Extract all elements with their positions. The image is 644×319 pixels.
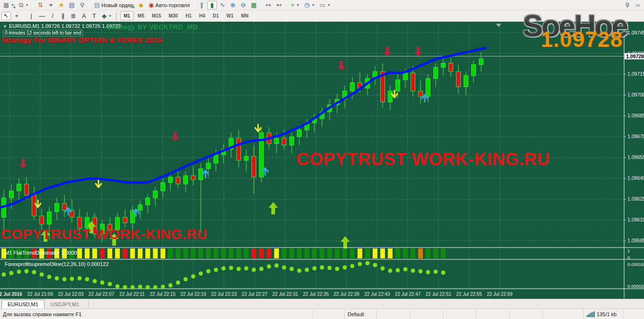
channel-tool[interactable]: ∦ (58, 12, 68, 20)
status-cell (444, 309, 477, 319)
price-chart[interactable]: 22 Jul 201622 Jul 21:5922 Jul 22:0322 Ju… (0, 22, 644, 299)
chart-area[interactable]: 22 Jul 201622 Jul 21:5922 Jul 22:0322 Ju… (0, 22, 644, 299)
shapes-tool: ◆ (102, 13, 107, 19)
toolbar-separator (194, 1, 195, 9)
timeframe-m15[interactable]: M15 (149, 11, 164, 20)
zoom-in-icon[interactable]: ⊕ (228, 1, 238, 9)
market-watch-icon: ⇅ (38, 2, 43, 8)
auto-scroll-icon[interactable]: ↦ (264, 1, 273, 9)
dropdown-caret-icon[interactable]: ▼ (312, 3, 315, 7)
toolbar-separator (89, 1, 90, 9)
profiles-icon: ⧉ (19, 2, 23, 8)
toolbar-separator (254, 12, 255, 20)
templates-icon[interactable]: ▭▼ (318, 1, 332, 9)
svg-text:1.09625: 1.09625 (627, 196, 644, 202)
timeframe-m30[interactable]: M30 (165, 11, 181, 20)
tile-windows-icon[interactable]: ▦ (249, 1, 259, 9)
toolbar-separator (261, 1, 261, 9)
status-profile[interactable]: Default (345, 309, 377, 319)
new-order-button-label: Новый ордер (101, 2, 134, 8)
timeframe-m1[interactable]: M1 (120, 11, 134, 20)
label-tool[interactable]: T (89, 12, 99, 20)
toolbar-grip[interactable] (116, 12, 118, 20)
dropdown-caret-icon[interactable]: ▼ (26, 3, 29, 7)
new-chart-icon: ▦ (3, 2, 9, 8)
svg-text:1.09655: 1.09655 (627, 154, 644, 160)
svg-text:22 Jul 22:15: 22 Jul 22:15 (150, 292, 176, 297)
new-order-button[interactable]: ▤+Новый ордер (92, 1, 135, 9)
svg-text:1.09670: 1.09670 (627, 133, 644, 139)
timeframe-h1[interactable]: H1 (182, 11, 195, 20)
metaeditor-icon: ◆ (139, 2, 143, 8)
chart-shift-icon[interactable]: ↤ (274, 1, 284, 9)
bar-chart-icon: ∥ (200, 2, 203, 8)
vertical-line-tool[interactable]: | (27, 12, 36, 20)
strategy-tester-icon[interactable]: ⚲ (78, 1, 87, 9)
metaeditor-icon[interactable]: ◆ (136, 1, 146, 9)
svg-text:1: 1 (627, 248, 630, 253)
periods-icon[interactable]: ◷▼ (303, 1, 317, 9)
svg-text:22 Jul 22:43: 22 Jul 22:43 (364, 292, 390, 297)
new-chart-icon[interactable]: ▦+▼ (1, 1, 16, 9)
search-icon[interactable]: ⚲ (623, 1, 632, 9)
svg-text:22 Jul 22:11: 22 Jul 22:11 (119, 292, 145, 297)
svg-text:22 Jul 21:59: 22 Jul 21:59 (27, 292, 53, 297)
candlestick-chart-icon[interactable]: ▮ (207, 1, 217, 9)
line-chart-icon[interactable]: ∿ (218, 1, 227, 9)
tab-usdjpy-m1[interactable]: USDJPY,M1 (45, 300, 85, 309)
timeframe-w1[interactable]: W1 (223, 11, 237, 20)
svg-text:1.09745: 1.09745 (627, 30, 644, 35)
svg-text:22 Jul 22:55: 22 Jul 22:55 (456, 292, 482, 297)
fibonacci-tool[interactable]: ≣ (69, 12, 78, 20)
toolbar-separator (33, 1, 33, 9)
dropdown-caret-icon[interactable]: ▼ (108, 14, 112, 18)
autotrading-button[interactable]: ◉Авто-торговля (147, 1, 192, 9)
periods-icon: ◷ (304, 2, 310, 8)
tab-divider (88, 301, 89, 308)
data-window-icon[interactable]: ⌖ (46, 1, 55, 9)
svg-text:22 Jul 22:31: 22 Jul 22:31 (272, 292, 298, 297)
crosshair-tool[interactable]: + (12, 12, 21, 20)
mt4-window: ▦+▼⧉▼⇅⌖★▤⚲▤+Новый ордер◆◉Авто-торговля∥▮… (0, 0, 644, 319)
terminal-icon[interactable]: ▤ (67, 1, 76, 9)
trendline-tool: / (52, 13, 54, 19)
svg-text:22 Jul 22:19: 22 Jul 22:19 (180, 292, 206, 297)
timeframe-d1[interactable]: D1 (209, 11, 222, 20)
svg-text:22 Jul 22:59: 22 Jul 22:59 (487, 292, 513, 297)
text-tool[interactable]: A (79, 12, 89, 20)
market-watch-icon[interactable]: ⇅ (36, 1, 45, 9)
status-cell (477, 309, 510, 319)
chart-tabs-bar: EURUSD,M1 USDJPY,M1 (0, 299, 644, 309)
toolbar-row-2: ↖+|—/∦≣AT◆▼M1M5M15M30H1H4D1W1MN (0, 10, 644, 22)
tab-eurusd-m1[interactable]: EURUSD,M1 (1, 300, 45, 309)
timeframe-h4[interactable]: H4 (196, 11, 208, 20)
dropdown-caret-icon[interactable]: ▼ (296, 3, 300, 7)
templates-icon: ▭ (320, 2, 325, 8)
chart-shift-icon: ↤ (277, 2, 282, 8)
status-cell (543, 309, 584, 319)
svg-text:M1 FlatTrendDominator 1.0000: M1 FlatTrendDominator 1.0000 (5, 250, 77, 256)
shapes-tool[interactable]: ◆▼ (100, 12, 114, 20)
dropdown-caret-icon[interactable]: ▼ (327, 3, 331, 7)
zoom-out-icon[interactable]: ⊖ (239, 1, 248, 9)
svg-text:22 Jul 22:47: 22 Jul 22:47 (395, 292, 421, 297)
indicators-icon[interactable]: +▼ (289, 1, 302, 9)
signal-bars-icon (587, 311, 595, 317)
new-order-button: ▤ (94, 2, 100, 8)
status-connection[interactable]: 135/1 kb (584, 309, 624, 319)
trendline-tool[interactable]: / (48, 12, 57, 20)
text-tool: A (82, 13, 86, 19)
horizontal-line-tool[interactable]: — (37, 12, 47, 20)
svg-text:22 Jul 22:35: 22 Jul 22:35 (303, 292, 329, 297)
timeframe-m5[interactable]: M5 (134, 11, 148, 20)
profiles-icon[interactable]: ⧉▼ (17, 1, 30, 9)
chat-icon: ∞ (635, 2, 640, 8)
strategy-tester-icon: ⚲ (80, 2, 85, 8)
navigator-icon[interactable]: ★ (56, 1, 66, 9)
bar-chart-icon[interactable]: ∥ (197, 1, 206, 9)
chat-icon[interactable]: ∞ (633, 1, 643, 9)
timeframe-mn[interactable]: MN (238, 11, 252, 20)
svg-text:0.00018: 0.00018 (627, 262, 644, 267)
svg-text:22 Jul 22:03: 22 Jul 22:03 (58, 292, 84, 297)
cursor-tool[interactable]: ↖ (1, 12, 11, 20)
